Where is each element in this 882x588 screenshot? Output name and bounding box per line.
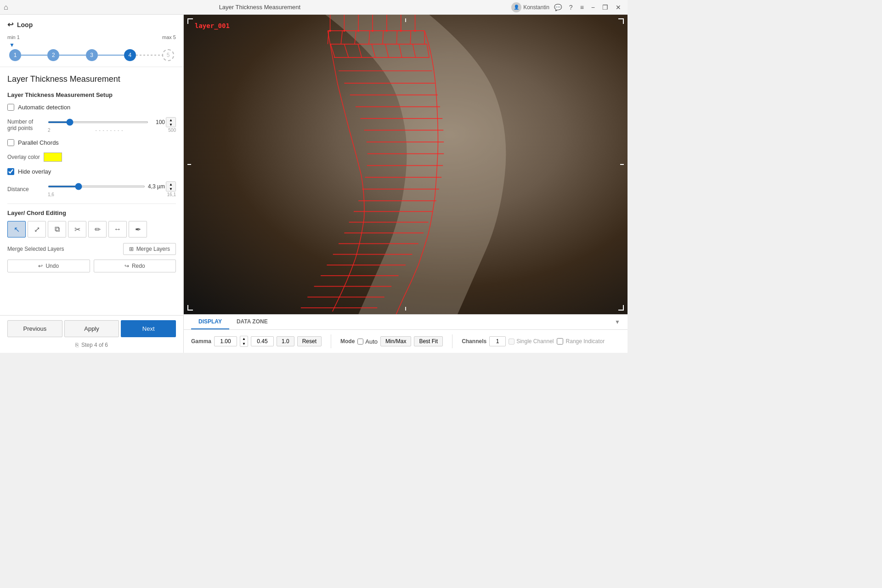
step-connector-2 (59, 55, 85, 56)
gamma-label: Gamma (191, 338, 211, 345)
bestfit-button[interactable]: Best Fit (414, 336, 443, 346)
divider-2 (452, 334, 452, 348)
layer-label: layer_001 (195, 22, 230, 29)
hide-overlay-label: Hide overlay (18, 168, 51, 175)
gamma-spin-down[interactable]: ▼ (240, 341, 248, 346)
step-node-3[interactable]: 3 (86, 49, 98, 61)
left-panel: ↩ Loop min 1 max 5 ▼ 1 2 3 4 5 (0, 15, 184, 353)
help-button[interactable]: ? (566, 2, 576, 13)
grid-points-spinbox[interactable]: ▲ ▼ (166, 117, 176, 127)
maximize-button[interactable]: ❐ (599, 2, 611, 13)
grid-points-slider[interactable] (48, 121, 148, 123)
reset-button[interactable]: Reset (297, 336, 322, 346)
distance-row: Distance 4,3 µm ▲ ▼ 1,6 (7, 181, 176, 197)
content-section: Layer Thickness Measurement Layer Thickn… (0, 67, 183, 315)
previous-button[interactable]: Previous (7, 320, 62, 337)
step-node-5[interactable]: 5 (162, 49, 174, 61)
step-node-2[interactable]: 2 (47, 49, 59, 61)
svg-point-50 (357, 30, 359, 32)
tool-transform[interactable]: ⤢ (28, 221, 46, 237)
hide-overlay-row: Hide overlay (7, 168, 176, 175)
parallel-chords-row: Parallel Chords (7, 139, 176, 146)
svg-line-43 (372, 44, 375, 57)
tool-edit[interactable]: ✏ (88, 221, 107, 237)
gamma-spin-up[interactable]: ▲ (240, 336, 248, 341)
arrow-indicator: ▼ (9, 42, 174, 48)
chat-button[interactable]: 💬 (551, 2, 565, 13)
svg-line-32 (328, 31, 328, 44)
tabs: DISPLAY DATA ZONE (191, 315, 275, 329)
auto-detect-checkbox[interactable] (7, 104, 14, 111)
tool-grid[interactable]: ⧉ (48, 221, 66, 237)
grid-points-row: Number ofgrid points 100 ▲ ▼ 2 (7, 117, 176, 133)
close-button[interactable]: ✕ (613, 2, 624, 13)
svg-point-52 (386, 30, 388, 32)
merge-btn-label: Merge Layers (136, 246, 170, 252)
gamma-secondary-input[interactable] (251, 336, 274, 346)
distance-spinbox[interactable]: ▲ ▼ (166, 181, 176, 192)
svg-line-47 (427, 44, 429, 57)
corner-br (618, 305, 624, 311)
parallel-chords-checkbox[interactable] (7, 139, 14, 146)
gamma-one-button[interactable]: 1.0 (277, 336, 294, 346)
gamma-input[interactable] (214, 336, 237, 346)
apply-button[interactable]: Apply (64, 320, 119, 337)
range-indicator-row: Range Indicator (557, 338, 605, 345)
grid-points-up[interactable]: ▲ (166, 118, 175, 122)
range-indicator-checkbox[interactable] (557, 338, 563, 345)
layer-grid-overlay (184, 15, 628, 314)
auto-checkbox[interactable] (357, 339, 363, 345)
gamma-group: Gamma ▲ ▼ 1.0 Reset (191, 336, 322, 347)
step-icon: ⎘ (75, 342, 79, 348)
hide-overlay-checkbox[interactable] (7, 168, 14, 175)
grid-points-max: 500 (168, 128, 176, 133)
svg-line-41 (344, 44, 348, 57)
range-indicator-label: Range Indicator (566, 338, 605, 345)
minimize-button[interactable]: − (588, 2, 598, 13)
channels-input[interactable] (489, 336, 506, 346)
bottom-panel: DISPLAY DATA ZONE ▼ Gamma ▲ ▼ 1.0 Reset (184, 314, 628, 353)
tool-draw[interactable]: ✒ (129, 221, 147, 237)
tool-cut[interactable]: ✂ (68, 221, 86, 237)
svg-point-54 (414, 30, 416, 32)
svg-point-53 (400, 30, 402, 32)
distance-up[interactable]: ▲ (166, 182, 175, 187)
overlay-color-swatch[interactable] (44, 153, 62, 162)
corner-bl (187, 305, 193, 311)
section-divider (7, 204, 176, 204)
auto-detect-label: Automatic detection (18, 104, 70, 111)
distance-slider[interactable] (48, 186, 145, 187)
next-button[interactable]: Next (121, 320, 176, 337)
step-node-4[interactable]: 4 (124, 49, 136, 61)
single-channel-checkbox[interactable] (509, 339, 514, 345)
merge-icon: ⊞ (129, 246, 134, 252)
nav-buttons: Previous Apply Next (7, 320, 176, 337)
user-info: 👤 Konstantin (511, 2, 549, 12)
home-icon[interactable]: ⌂ (4, 3, 8, 11)
tab-chevron[interactable]: ▼ (615, 319, 620, 325)
svg-line-42 (358, 44, 362, 57)
gamma-spinner[interactable]: ▲ ▼ (240, 336, 248, 347)
tab-data-zone[interactable]: DATA ZONE (229, 315, 275, 329)
loop-icon: ↩ (7, 20, 13, 29)
tool-select[interactable]: ↖ (7, 221, 26, 237)
distance-down[interactable]: ▼ (166, 187, 175, 191)
undo-button[interactable]: ↩ Undo (7, 260, 90, 272)
grid-points-down[interactable]: ▼ (166, 122, 175, 127)
minmax-button[interactable]: Min/Max (380, 336, 411, 346)
step-connector-4 (136, 55, 162, 56)
tool-measure[interactable]: ↔ (108, 221, 127, 237)
redo-button[interactable]: ↪ Redo (94, 260, 176, 272)
tab-display[interactable]: DISPLAY (191, 315, 229, 329)
mode-label: Mode (340, 338, 355, 345)
parallel-chords-label: Parallel Chords (18, 139, 59, 146)
titlebar-right: 👤 Konstantin 💬 ? ≡ − ❐ ✕ (511, 2, 624, 13)
svg-point-48 (329, 30, 331, 32)
svg-line-36 (383, 31, 384, 44)
menu-button[interactable]: ≡ (577, 2, 587, 13)
side-marker-left (187, 164, 191, 165)
editing-section: Layer/ Chord Editing ↖ ⤢ ⧉ ✂ ✏ ↔ ✒ Merge… (7, 209, 176, 272)
merge-btn[interactable]: ⊞ Merge Layers (123, 243, 176, 255)
svg-line-44 (385, 44, 389, 57)
step-node-1[interactable]: 1 (9, 49, 21, 61)
